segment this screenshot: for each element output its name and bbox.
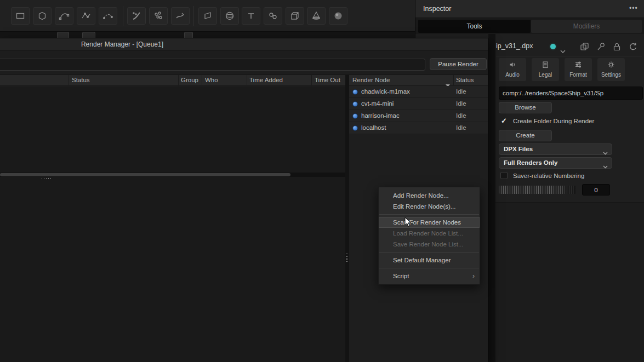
- pause-render-button[interactable]: Pause Render: [430, 58, 487, 70]
- render-mode-dropdown[interactable]: Full Renders Only: [499, 157, 612, 169]
- renderer-3d-icon: [333, 10, 344, 21]
- tool-merge-3d[interactable]: [264, 7, 282, 25]
- node-status-dot: [352, 101, 358, 107]
- tool-rectangle-mask[interactable]: [11, 7, 30, 25]
- menu-item-scan-for-render-nodes[interactable]: Scan For Render Nodes: [379, 217, 480, 228]
- inspector-overflow-menu-icon[interactable]: •••: [629, 4, 638, 12]
- tool-polyline-mask[interactable]: [77, 7, 95, 25]
- node-tile-color-dot[interactable]: [550, 44, 556, 49]
- shape-3d-icon: [224, 10, 235, 21]
- render-node-row[interactable]: chadwick-m1max Idle: [349, 86, 488, 98]
- render-manager-titlebar[interactable]: Render Manager - [Queue1]: [0, 38, 488, 51]
- output-filename-field[interactable]: [499, 87, 643, 100]
- menu-item-edit-render-node[interactable]: Edit Render Node(s)...: [379, 201, 480, 212]
- inspector-title: Inspector: [423, 5, 451, 13]
- tool-bspline-mask[interactable]: [99, 7, 117, 25]
- render-node-row[interactable]: localhost Idle: [349, 122, 488, 134]
- menu-item-load-render-node-list: Load Render Node List...: [379, 228, 480, 239]
- pin-icon: [596, 42, 606, 51]
- queue-filter-field[interactable]: [0, 59, 425, 71]
- rectangle-mask-icon: [15, 10, 26, 21]
- output-format-value: DPX Files: [504, 146, 533, 152]
- render-node-row[interactable]: cvt-m4-mini Idle: [349, 98, 488, 110]
- bspline-mask-icon: [102, 10, 113, 21]
- render-node-row[interactable]: harrison-imac Idle: [349, 110, 488, 122]
- legal-icon: [542, 61, 549, 68]
- toolbar-divider: [193, 6, 193, 26]
- versions-button[interactable]: [579, 42, 590, 51]
- history-icon: [628, 42, 638, 51]
- column-header-group[interactable]: Group: [181, 77, 198, 83]
- tool-multi-brush[interactable]: [149, 7, 168, 25]
- section-tab-audio[interactable]: Audio: [499, 58, 526, 81]
- browse-button[interactable]: Browse: [499, 102, 552, 113]
- column-divider: [178, 75, 179, 87]
- inspector-empty-area: [495, 202, 644, 362]
- menu-item-set-default-manager[interactable]: Set Default Manager: [379, 255, 480, 266]
- column-header-time-added[interactable]: Time Added: [249, 77, 283, 83]
- render-node-context-menu: Add Render Node... Edit Render Node(s)..…: [378, 187, 480, 285]
- output-format-dropdown[interactable]: DPX Files: [499, 143, 612, 155]
- column-divider: [69, 75, 69, 87]
- tab-tools[interactable]: Tools: [418, 20, 531, 33]
- image-plane-3d-icon: [202, 10, 213, 21]
- reset-button[interactable]: [628, 42, 639, 51]
- lock-button[interactable]: [612, 42, 623, 51]
- inspector-header: Inspector •••: [415, 0, 644, 18]
- section-tab-legal[interactable]: Legal: [532, 58, 559, 81]
- tool-renderer-3d[interactable]: [329, 7, 347, 25]
- tool-spot-light-3d[interactable]: [307, 7, 326, 25]
- menu-item-add-render-node[interactable]: Add Render Node...: [379, 190, 480, 201]
- bezier-spline-icon: [59, 10, 70, 21]
- section-label: Settings: [597, 72, 625, 78]
- mouse-cursor: [404, 217, 412, 229]
- section-tab-format[interactable]: Format: [565, 58, 592, 81]
- stroke-icon: [175, 10, 186, 21]
- tool-image-plane-3d[interactable]: [198, 7, 217, 25]
- create-button[interactable]: Create: [499, 130, 552, 141]
- cube-3d-icon: [289, 10, 300, 21]
- toolbar-divider: [123, 6, 123, 26]
- scrollbar-thumb[interactable]: [0, 173, 290, 176]
- grip-dots-icon: [42, 178, 53, 179]
- column-header-status[interactable]: Status: [72, 77, 90, 83]
- tool-bezier-spline[interactable]: [55, 7, 73, 25]
- frame-offset-field[interactable]: [582, 184, 610, 196]
- section-tab-settings[interactable]: Settings: [597, 58, 625, 81]
- menu-item-script[interactable]: Script ›: [379, 271, 480, 281]
- column-header-node-status[interactable]: Status: [456, 77, 474, 83]
- saver-relative-label[interactable]: Saver-relative Numbering: [513, 173, 584, 179]
- tool-shape-3d[interactable]: [220, 7, 239, 25]
- frame-offset-slider[interactable]: [499, 186, 576, 194]
- tab-modifiers[interactable]: Modifiers: [531, 20, 642, 33]
- node-name: chadwick-m1max: [361, 88, 410, 95]
- node-header-caret-icon[interactable]: [560, 45, 566, 55]
- column-header-render-node[interactable]: Render Node: [352, 77, 390, 83]
- tool-paint[interactable]: [127, 7, 146, 25]
- column-header-time-out[interactable]: Time Out: [315, 77, 340, 83]
- divider: [496, 56, 642, 56]
- menu-item-script-label: Script: [393, 273, 409, 279]
- pin-button[interactable]: [596, 42, 607, 51]
- tool-text-3d[interactable]: [242, 7, 260, 25]
- node-status: Idle: [456, 112, 466, 119]
- horizontal-scrollbar[interactable]: [0, 173, 345, 177]
- lock-icon: [612, 42, 622, 51]
- tool-polygon-mask[interactable]: [33, 7, 52, 25]
- saver-relative-checkbox[interactable]: [500, 172, 508, 179]
- audio-icon: [509, 61, 516, 68]
- column-divider: [311, 75, 312, 87]
- selected-node-name: ip_v31_.dpx: [496, 42, 533, 51]
- tool-stroke[interactable]: [171, 7, 190, 25]
- create-folder-label[interactable]: Create Folder During Render: [513, 118, 594, 124]
- column-header-who[interactable]: Who: [205, 77, 218, 83]
- checkbox-checked-icon[interactable]: ✓: [501, 117, 507, 125]
- render-node-header: Render Node Status: [349, 74, 488, 86]
- node-status: Idle: [456, 100, 466, 107]
- inspector-tab-bar: Tools Modifiers: [415, 18, 644, 34]
- tool-cube-3d[interactable]: [286, 7, 304, 25]
- render-queue-list[interactable]: [0, 87, 345, 362]
- panel-splitter-handle[interactable]: [346, 254, 347, 262]
- node-status: Idle: [456, 124, 466, 131]
- menu-separator: [379, 268, 479, 268]
